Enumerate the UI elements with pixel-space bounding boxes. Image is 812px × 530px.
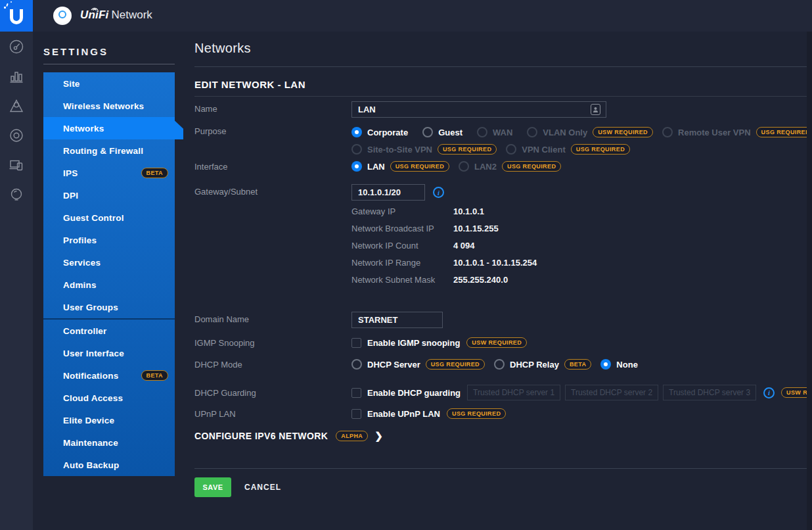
sidebar-item-wireless-networks[interactable]: Wireless Networks — [43, 95, 175, 117]
radio-site-to-site-vpn[interactable] — [351, 144, 362, 155]
ubiquiti-logo[interactable] — [0, 0, 33, 32]
sidebar-item-services[interactable]: Services — [43, 251, 175, 274]
divider — [194, 66, 807, 67]
purpose-label: Purpose — [194, 124, 351, 136]
wifi-arcs-icon — [89, 5, 100, 11]
divider — [194, 96, 807, 97]
gateway-subnet-input[interactable] — [351, 184, 425, 201]
igmp-snooping-row: IGMP Snooping Enable IGMP snooping USW R… — [194, 334, 800, 351]
usg-required-badge: USG REQUIRED — [447, 408, 506, 419]
usg-required-badge: USG REQUIRED — [438, 144, 497, 155]
network-ip-range-row: Network IP Range 10.1.0.1 - 10.1.15.254 — [351, 258, 537, 268]
insights-icon[interactable] — [0, 180, 33, 209]
chevron-right-icon[interactable]: ❯ — [374, 430, 383, 442]
domain-name-row: Domain Name — [194, 312, 800, 328]
save-button[interactable]: SAVE — [194, 477, 231, 497]
map-icon[interactable] — [0, 91, 33, 120]
selected-item-arrow — [175, 117, 183, 139]
radio-lan[interactable] — [351, 161, 362, 172]
radio-guest[interactable] — [422, 127, 433, 137]
settings-sidebar: SETTINGS Site Wireless Networks Networks… — [33, 32, 184, 530]
radio-vlan-only[interactable] — [527, 127, 537, 137]
domain-name-input[interactable] — [351, 312, 443, 328]
info-icon[interactable]: i — [763, 387, 775, 398]
beta-badge: BETA — [141, 370, 168, 381]
trusted-dhcp-server-3-input[interactable] — [663, 385, 756, 400]
network-info-block: Gateway IP 10.1.0.1 Network Broadcast IP… — [194, 206, 800, 292]
dhcp-guarding-row: DHCP Guarding Enable DHCP guarding i USW… — [194, 384, 800, 401]
sidebar-item-routing-firewall[interactable]: Routing & Firewall — [43, 139, 175, 162]
name-label: Name — [194, 101, 351, 114]
main-content: Networks EDIT NETWORK - LAN Name Purpose… — [184, 32, 807, 530]
scrollbar-track[interactable] — [807, 32, 812, 530]
cancel-button[interactable]: CANCEL — [244, 483, 281, 492]
usg-required-badge: USG REQUIRED — [502, 161, 561, 172]
radio-corporate[interactable] — [351, 127, 362, 137]
page-title: Networks — [194, 41, 251, 56]
sidebar-item-auto-backup[interactable]: Auto Backup — [43, 454, 175, 476]
dhcp-mode-row: DHCP Mode DHCP Server USG REQUIRED DHCP … — [194, 356, 800, 373]
name-input[interactable] — [351, 101, 606, 118]
network-broadcast-ip-row: Network Broadcast IP 10.1.15.255 — [351, 224, 499, 233]
clients-icon[interactable] — [0, 150, 33, 180]
radio-dhcp-relay[interactable] — [494, 359, 505, 370]
sidebar-item-notifications[interactable]: NotificationsBETA — [43, 364, 175, 387]
autofill-icon[interactable] — [591, 104, 600, 115]
sidebar-item-guest-control[interactable]: Guest Control — [43, 206, 175, 229]
top-bar: UniFiNetwork — [0, 0, 812, 32]
radio-vpn-client[interactable] — [506, 144, 516, 155]
sidebar-item-user-groups[interactable]: User Groups — [43, 296, 175, 318]
interface-label: Interface — [194, 159, 351, 172]
radio-lan2[interactable] — [459, 161, 469, 172]
sidebar-item-maintenance[interactable]: Maintenance — [43, 431, 175, 454]
divider — [194, 468, 807, 469]
ubiquiti-u-icon — [10, 9, 23, 24]
radio-remote-user-vpn[interactable] — [662, 127, 673, 137]
usw-required-badge: USW REQUIRED — [593, 127, 653, 137]
form-actions: SAVE CANCEL — [194, 477, 281, 497]
sidebar-item-profiles[interactable]: Profiles — [43, 229, 175, 251]
usg-required-badge: USG REQUIRED — [426, 359, 485, 370]
configure-ipv6-label: CONFIGURE IPV6 NETWORK — [194, 431, 328, 441]
usg-required-badge: USG REQUIRED — [390, 161, 449, 172]
trusted-dhcp-server-2-input[interactable] — [565, 385, 658, 400]
sidebar-item-elite-device[interactable]: Elite Device — [43, 409, 175, 431]
upnp-lan-label: UPnP LAN — [194, 405, 351, 419]
name-row: Name — [194, 101, 800, 118]
configure-ipv6-section[interactable]: CONFIGURE IPV6 NETWORK ALPHA ❯ — [194, 430, 383, 442]
sidebar-item-controller[interactable]: Controller — [43, 320, 175, 342]
radio-dhcp-none[interactable] — [600, 359, 611, 370]
gateway-ip-row: Gateway IP 10.1.0.1 — [351, 206, 484, 216]
usw-required-badge: USW REQUIRED — [466, 337, 527, 348]
upnp-lan-checkbox[interactable] — [351, 409, 361, 419]
dashboard-icon[interactable] — [0, 32, 33, 61]
info-icon[interactable]: i — [433, 187, 444, 198]
access-point-icon — [53, 7, 72, 25]
app-title: UniFiNetwork — [80, 9, 152, 22]
sidebar-item-user-interface[interactable]: User Interface — [43, 342, 175, 364]
sidebar-item-admins[interactable]: Admins — [43, 274, 175, 296]
domain-name-label: Domain Name — [194, 312, 351, 324]
settings-title: SETTINGS — [43, 46, 108, 57]
settings-menu: Site Wireless Networks Networks Routing … — [43, 72, 175, 476]
igmp-snooping-checkbox[interactable] — [351, 338, 361, 348]
sidebar-item-site[interactable]: Site — [43, 72, 175, 95]
trusted-dhcp-server-1-input[interactable] — [467, 385, 560, 400]
dhcp-guarding-label: DHCP Guarding — [194, 384, 351, 398]
dhcp-mode-label: DHCP Mode — [194, 356, 351, 370]
dhcp-guarding-checkbox[interactable] — [351, 388, 361, 398]
sidebar-item-networks[interactable]: Networks — [43, 117, 175, 139]
sidebar-item-cloud-access[interactable]: Cloud Access — [43, 387, 175, 409]
sidebar-item-ips[interactable]: IPSBETA — [43, 162, 175, 184]
igmp-snooping-label: IGMP Snooping — [194, 334, 351, 348]
radio-wan[interactable] — [477, 127, 487, 137]
statistics-icon[interactable] — [0, 61, 33, 91]
sidebar-item-dpi[interactable]: DPI — [43, 184, 175, 206]
devices-icon[interactable] — [0, 120, 33, 150]
alpha-badge: ALPHA — [336, 431, 368, 441]
purpose-row: Purpose Corporate Guest WAN VLAN Only US… — [194, 124, 800, 158]
upnp-lan-row: UPnP LAN Enable UPnP LAN USG REQUIRED — [194, 405, 800, 422]
usg-required-badge: USG REQUIRED — [571, 144, 630, 155]
radio-dhcp-server[interactable] — [351, 359, 362, 370]
interface-row: Interface LAN USG REQUIRED LAN2 USG REQU… — [194, 159, 800, 174]
